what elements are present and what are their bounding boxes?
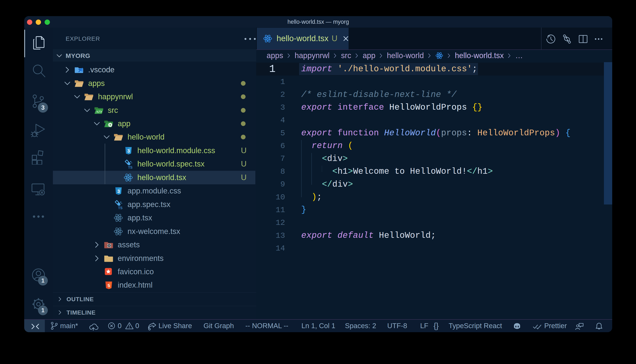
svg-text:TS: TS [118,206,123,210]
svg-text:5: 5 [107,283,110,288]
svg-text:3: 3 [127,148,130,153]
svg-text:TS: TS [128,166,132,169]
svg-text:3: 3 [117,188,120,194]
svg-text:</>: </> [96,110,102,114]
